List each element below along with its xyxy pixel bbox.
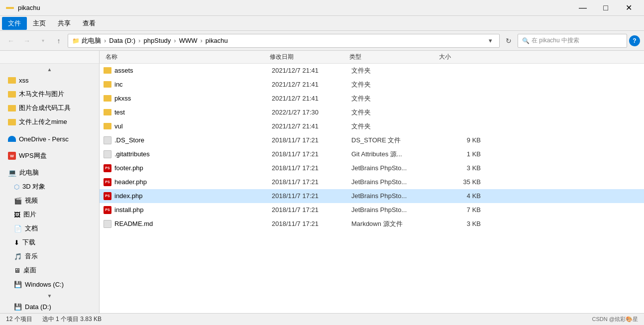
sidebar-label-wps: WPS网盘 bbox=[19, 151, 47, 160]
file-type: JetBrains PhpSto... bbox=[351, 192, 441, 200]
sidebar-item-wenjian[interactable]: 文件上传之mime bbox=[0, 115, 99, 129]
file-row[interactable]: PS footer.php 2018/11/7 17:21 JetBrains … bbox=[100, 161, 644, 175]
window-controls[interactable]: — □ ✕ bbox=[571, 0, 640, 16]
help-button[interactable]: ? bbox=[629, 35, 640, 46]
sidebar-item-datad[interactable]: 💾 Data (D:) bbox=[0, 300, 99, 313]
file-icon bbox=[104, 136, 111, 144]
file-size: 4 KB bbox=[441, 192, 481, 200]
sidebar-item-3d[interactable]: ⬡ 3D 对象 bbox=[0, 180, 99, 194]
folder-icon bbox=[8, 91, 16, 98]
dropdown-button[interactable]: ▾ bbox=[36, 34, 50, 48]
file-name: index.php bbox=[114, 192, 142, 200]
file-row[interactable]: PS header.php 2018/11/7 17:21 JetBrains … bbox=[100, 175, 644, 189]
folder-icon bbox=[104, 81, 111, 88]
col-header-date[interactable]: 修改日期 bbox=[268, 53, 347, 61]
pin-icon bbox=[6, 7, 14, 9]
sidebar-item-wps[interactable]: W WPS网盘 bbox=[0, 149, 99, 163]
minimize-button[interactable]: — bbox=[571, 0, 594, 16]
music-icon: 🎵 bbox=[14, 253, 22, 260]
sidebar-scroll-down[interactable]: ▼ bbox=[0, 292, 99, 300]
window-title: pikachu bbox=[18, 4, 40, 11]
address-segment-pc[interactable]: 此电脑 bbox=[82, 36, 101, 45]
col-header-type[interactable]: 类型 bbox=[347, 53, 437, 61]
title-bar-icons bbox=[4, 7, 14, 9]
folder-icon bbox=[8, 105, 16, 111]
file-row-selected[interactable]: PS index.php 2018/11/7 17:21 JetBrains P… bbox=[100, 189, 644, 203]
address-segment-datad[interactable]: Data (D:) bbox=[109, 37, 135, 44]
sidebar-item-document[interactable]: 📄 文档 bbox=[0, 221, 99, 235]
sidebar-item-muma[interactable]: 木马文件与图片 bbox=[0, 87, 99, 101]
sidebar-label-windows: Windows (C:) bbox=[25, 281, 64, 288]
file-row[interactable]: README.md 2018/11/7 17:21 Markdown 源文件 3… bbox=[100, 217, 644, 231]
php-icon: PS bbox=[104, 206, 111, 214]
forward-button[interactable]: → bbox=[20, 34, 34, 48]
file-row[interactable]: PS install.php 2018/11/7 17:21 JetBrains… bbox=[100, 203, 644, 217]
file-name: inc bbox=[114, 81, 123, 88]
file-type: JetBrains PhpSto... bbox=[351, 206, 441, 214]
file-row[interactable]: vul 2021/12/7 21:41 文件夹 bbox=[100, 119, 644, 133]
col-header-size[interactable]: 大小 bbox=[437, 53, 477, 61]
sidebar-item-desktop[interactable]: 🖥 桌面 bbox=[0, 263, 99, 277]
sidebar-label-wenjian: 文件上传之mime bbox=[19, 117, 67, 126]
menu-file[interactable]: 文件 bbox=[2, 17, 27, 30]
refresh-button[interactable]: ↻ bbox=[502, 34, 516, 48]
sidebar-item-windows[interactable]: 💾 Windows (C:) bbox=[0, 277, 99, 291]
file-type: Markdown 源文件 bbox=[351, 219, 441, 228]
file-row[interactable]: .gitattributes 2018/11/7 17:21 Git Attri… bbox=[100, 147, 644, 161]
file-name: test bbox=[114, 108, 125, 116]
file-row[interactable]: assets 2021/12/7 21:41 文件夹 bbox=[100, 64, 644, 78]
file-row[interactable]: test 2022/1/27 17:30 文件夹 bbox=[100, 106, 644, 119]
sidebar-scroll-up[interactable]: ▲ bbox=[0, 66, 99, 73]
sidebar-label-tupian: 图片合成代码工具 bbox=[19, 104, 71, 112]
file-name: .DS_Store bbox=[114, 136, 144, 144]
address-segment-www[interactable]: WWW bbox=[179, 37, 198, 44]
sidebar-item-music[interactable]: 🎵 音乐 bbox=[0, 249, 99, 263]
sidebar-label-onedrive: OneDrive - Persc bbox=[19, 135, 69, 143]
menu-home[interactable]: 主页 bbox=[27, 17, 52, 30]
sidebar-item-video[interactable]: 🎬 视频 bbox=[0, 194, 99, 208]
file-date: 2022/1/27 17:30 bbox=[272, 108, 351, 116]
file-date: 2018/11/7 17:21 bbox=[272, 150, 351, 158]
file-row[interactable]: inc 2021/12/7 21:41 文件夹 bbox=[100, 78, 644, 92]
sidebar-item-tupian[interactable]: 图片合成代码工具 bbox=[0, 101, 99, 115]
file-date: 2018/11/7 17:21 bbox=[272, 220, 351, 227]
title-bar: pikachu — □ ✕ bbox=[0, 0, 644, 16]
address-bar[interactable]: 📁 此电脑 › Data (D:) › phpStudy › WWW › pik… bbox=[68, 34, 500, 48]
sidebar-label-3d: 3D 对象 bbox=[22, 182, 45, 191]
file-name: pkxss bbox=[114, 95, 131, 102]
file-size: 35 KB bbox=[441, 178, 481, 186]
sidebar-item-download[interactable]: ⬇ 下载 bbox=[0, 235, 99, 249]
back-button[interactable]: ← bbox=[4, 34, 18, 48]
file-name: footer.php bbox=[114, 164, 143, 172]
search-box[interactable]: 🔍 在 pikachu 中搜索 bbox=[518, 34, 627, 48]
folder-icon bbox=[104, 109, 111, 115]
document-icon: 📄 bbox=[14, 225, 22, 232]
file-type: 文件夹 bbox=[351, 108, 441, 117]
file-name: README.md bbox=[114, 220, 153, 227]
file-row[interactable]: .DS_Store 2018/11/7 17:21 DS_STORE 文件 9 … bbox=[100, 133, 644, 147]
sidebar-item-onedrive[interactable]: OneDrive - Persc bbox=[0, 132, 99, 146]
datad-icon: 💾 bbox=[14, 303, 22, 311]
sidebar-item-picture[interactable]: 🖼 图片 bbox=[0, 208, 99, 221]
folder-icon bbox=[104, 67, 111, 74]
col-header-name[interactable]: 名称 bbox=[104, 53, 268, 61]
file-type: JetBrains PhpSto... bbox=[351, 164, 441, 172]
status-selected: 选中 1 个项目 3.83 KB bbox=[42, 315, 102, 324]
search-icon: 🔍 bbox=[522, 37, 530, 44]
sidebar-header-spacer bbox=[0, 51, 100, 63]
menu-view[interactable]: 查看 bbox=[77, 17, 102, 30]
sidebar-item-thispc[interactable]: 💻 此电脑 bbox=[0, 166, 99, 180]
menu-share[interactable]: 共享 bbox=[52, 17, 77, 30]
status-bar: 12 个项目 选中 1 个项目 3.83 KB CSDN @炫彩🎨星 bbox=[0, 313, 644, 325]
file-row[interactable]: pkxss 2021/12/7 21:41 文件夹 bbox=[100, 92, 644, 106]
php-icon: PS bbox=[104, 178, 111, 186]
close-button[interactable]: ✕ bbox=[617, 0, 640, 16]
sidebar-item-xss[interactable]: xss bbox=[0, 73, 99, 87]
address-dropdown-icon[interactable]: ▾ bbox=[485, 36, 495, 46]
address-segment-phpstudy[interactable]: phpStudy bbox=[143, 37, 171, 44]
address-segment-pikachu[interactable]: pikachu bbox=[206, 37, 228, 44]
file-type: 文件夹 bbox=[351, 66, 441, 75]
maximize-button[interactable]: □ bbox=[594, 0, 617, 16]
up-button[interactable]: ↑ bbox=[52, 34, 66, 48]
file-date: 2018/11/7 17:21 bbox=[272, 164, 351, 172]
